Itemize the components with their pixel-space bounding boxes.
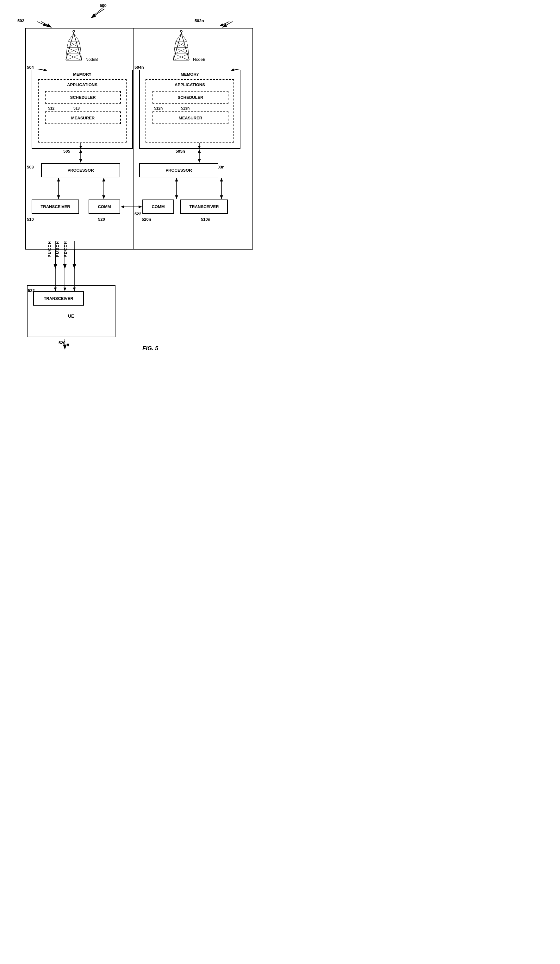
left-nodeb-label: NodeB xyxy=(85,57,98,62)
right-scheduler-id: 512n xyxy=(154,106,162,111)
svg-line-77 xyxy=(93,7,104,16)
left-memory-id: 504 xyxy=(27,65,34,70)
left-transceiver-id: 510 xyxy=(27,217,34,222)
left-processor-box: PROCESSOR xyxy=(41,163,120,177)
ue-transceiver-box: TRANSCEIVER xyxy=(33,291,84,306)
right-processor-box: PROCESSOR xyxy=(139,163,218,177)
svg-line-0 xyxy=(92,9,104,18)
right-node-id: 502n xyxy=(195,18,204,23)
left-scheduler-box: SCHEDULER xyxy=(45,91,121,104)
svg-line-64 xyxy=(187,41,188,47)
ue-bottom-id: 520 xyxy=(58,340,65,345)
right-nodeb-label: NodeB xyxy=(193,57,206,62)
svg-line-2 xyxy=(223,21,232,27)
left-scheduler-id: 512 xyxy=(48,106,54,111)
right-inner-id: 505n xyxy=(175,149,185,154)
svg-line-65 xyxy=(174,47,175,54)
svg-line-78 xyxy=(37,21,47,26)
right-comm-id: 520n xyxy=(142,217,151,222)
right-applications-label: APPLICATIONS xyxy=(146,82,234,87)
pdcch-label: PDCCH xyxy=(63,241,68,257)
left-measurer-id: 513 xyxy=(73,106,80,111)
figure-label: FIG. 5 xyxy=(142,345,158,352)
svg-line-62 xyxy=(181,33,187,41)
left-processor-id: 503 xyxy=(27,164,34,169)
svg-line-42 xyxy=(79,41,80,47)
right-antenna xyxy=(167,30,196,65)
svg-line-1 xyxy=(41,21,50,27)
svg-line-39 xyxy=(68,33,74,41)
left-node-id: 502 xyxy=(18,18,24,23)
svg-line-79 xyxy=(220,21,229,26)
left-transceiver-box: TRANSCEIVER xyxy=(32,200,79,214)
diagram-title: 500 xyxy=(100,3,107,8)
right-scheduler-box: SCHEDULER xyxy=(153,91,229,104)
right-comm-box: COMM xyxy=(142,200,174,214)
diagram: 500 502 NodeB 504 MEM xyxy=(0,0,280,482)
svg-line-41 xyxy=(67,41,68,47)
link-id: 522 xyxy=(135,212,141,216)
left-applications-label: APPLICATIONS xyxy=(39,82,126,87)
left-comm-box: COMM xyxy=(89,200,120,214)
right-applications-outer: APPLICATIONS SCHEDULER 512n 513n MEASURE… xyxy=(146,79,234,143)
right-memory-id: 504n xyxy=(135,65,144,70)
ue-label: UE xyxy=(68,314,74,319)
left-applications-outer: APPLICATIONS SCHEDULER 512 513 MEASURER xyxy=(38,79,127,143)
right-transceiver-box: TRANSCEIVER xyxy=(180,200,228,214)
svg-line-66 xyxy=(188,47,188,54)
right-measurer-id: 513n xyxy=(181,106,190,111)
right-transceiver-id: 510n xyxy=(201,217,210,222)
svg-line-40 xyxy=(74,33,79,41)
svg-line-61 xyxy=(176,33,181,41)
right-measurer-box: MEASURER xyxy=(153,111,229,124)
left-measurer-box: MEASURER xyxy=(45,111,121,124)
svg-line-44 xyxy=(80,47,81,54)
svg-line-63 xyxy=(175,41,176,47)
left-comm-id: 520 xyxy=(98,217,105,222)
left-inner-id: 505 xyxy=(63,149,70,154)
svg-line-43 xyxy=(67,47,67,54)
pusch-label: PUSCH xyxy=(55,241,60,257)
pucch-label: PUCCH xyxy=(47,241,52,257)
left-antenna xyxy=(60,30,88,65)
